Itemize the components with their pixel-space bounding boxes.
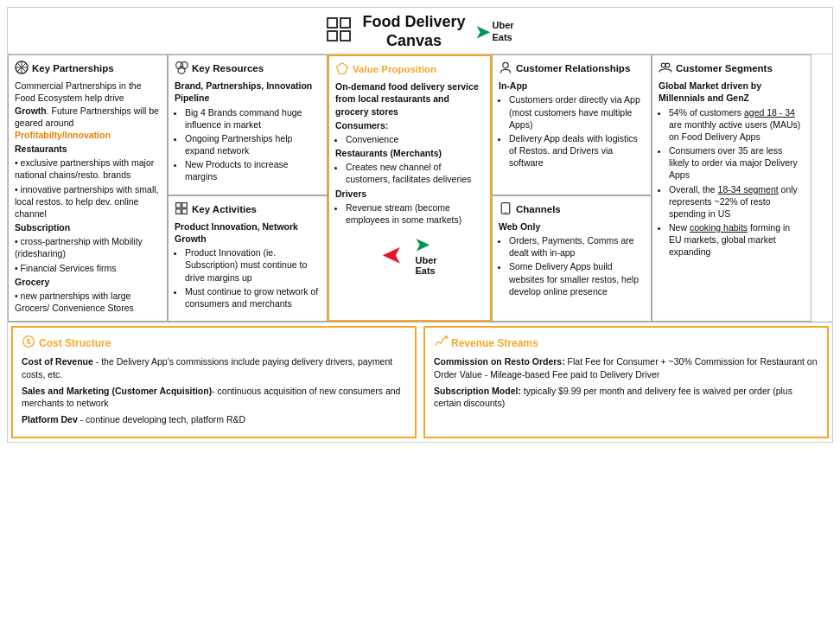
svg-rect-15 (176, 202, 181, 207)
ch-item-2: Some Delivery Apps build websites for sm… (509, 260, 645, 297)
kp-grocery-heading: Grocery (15, 276, 161, 288)
svg-point-20 (505, 212, 506, 214)
customer-segments-cell: Customer Segments Global Market driven b… (652, 54, 811, 322)
vp-restaurants-list: Creates new channel of customers, facili… (335, 161, 484, 187)
cost-line-3: Platform Dev - continue developing tech,… (22, 413, 406, 426)
key-resources-subtitle: Brand, Partnerships, Innovation Pipeline (175, 80, 321, 104)
svg-text:$: $ (27, 337, 31, 346)
main-grid: Key Partnerships Commercial Partnerships… (8, 54, 832, 322)
key-partnerships-label: Key Partnerships (32, 63, 114, 73)
svg-rect-0 (328, 18, 337, 28)
cost-line-2: Sales and Marketing (Customer Acquisitio… (22, 385, 406, 410)
cust-rel-subtitle: In-App (499, 80, 645, 92)
kp-restaurants-body2: • innovative partnerships with small, lo… (15, 183, 161, 220)
kr-item-2: Ongoing Partnerships help expand network (185, 132, 321, 156)
cust-seg-subtitle: Global Market driven by Millennials and … (659, 80, 805, 104)
channels-icon (499, 201, 512, 217)
cost-structure-title: $ Cost Structure (22, 335, 406, 351)
vp-consumers-list: Convenience (335, 133, 484, 147)
kp-subscription-heading: Subscription (15, 221, 161, 233)
uber-eats-header-logo: ➤ Uber Eats (475, 20, 513, 42)
key-partnerships-title: Key Partnerships (15, 61, 161, 76)
svg-rect-18 (182, 209, 188, 214)
vp-logos: ➤ ➤ UberEats (335, 234, 484, 276)
vp-label: Value Proposition (353, 64, 436, 74)
cs-item-4: New cooking habits forming in EU markets… (669, 221, 805, 259)
rev-line-2: Subscription Model: typically $9.99 per … (434, 385, 818, 410)
vp-drivers-list: Revenue stream (become employees in some… (335, 201, 484, 227)
rev-line-1: Commission on Resto Orders: Flat Fee for… (434, 355, 818, 380)
svg-rect-16 (182, 202, 188, 207)
key-activities-label: Key Activities (192, 204, 257, 214)
value-proposition-cell: Value Proposition On-demand food deliver… (328, 54, 492, 322)
uber-eats-vp-logo: ➤ UberEats (415, 234, 436, 276)
ch-item-1: Orders, Payments, Comms are dealt with i… (509, 234, 645, 259)
value-proposition-title: Value Proposition (335, 61, 484, 77)
vp-intro: On-demand food delivery service from loc… (335, 80, 484, 118)
svg-rect-17 (176, 209, 181, 214)
customer-relationships-cell: Customer Relationships In-App Customers … (492, 54, 652, 195)
header: Food Delivery Canvas ➤ Uber Eats (8, 8, 832, 54)
kp-intro: Commercial Partnerships in the Food Ecos… (15, 80, 161, 141)
svg-point-13 (661, 63, 665, 67)
vp-drivers-label: Drivers (335, 188, 484, 200)
vp-icon (335, 61, 349, 77)
cs-item-1: 54% of customers aged 18 - 34 are monthl… (669, 106, 805, 144)
revenue-streams-cell: Revenue Streams Commission on Resto Orde… (423, 326, 829, 437)
cust-seg-list: 54% of customers aged 18 - 34 are monthl… (659, 106, 805, 259)
svg-rect-2 (328, 31, 337, 41)
channels-subtitle: Web Only (499, 220, 645, 233)
ka-item-2: Must continue to grow network of consume… (185, 285, 321, 310)
revenue-streams-icon (434, 335, 448, 351)
kr-item-3: New Products to increase margins (185, 158, 321, 182)
cust-rel-list: Customers order directly via App (most c… (499, 93, 645, 169)
bottom-grid: $ Cost Structure Cost of Revenue - the D… (8, 322, 832, 441)
svg-rect-3 (340, 31, 350, 41)
key-activities-icon (175, 201, 188, 217)
key-resources-icon (175, 61, 188, 76)
kp-restaurants-body: • exclusive partnerships with major nati… (15, 156, 161, 181)
svg-point-12 (503, 63, 508, 68)
cs-item-2: Consumers over 35 are less likely to ord… (669, 144, 805, 182)
kr-item-1: Big 4 Brands command huge influence in m… (185, 106, 321, 131)
ka-item-1: Product Innovation (ie. Subscription) mu… (185, 246, 321, 284)
svg-point-14 (665, 63, 670, 67)
cr-item-2: Delivery App deals with logistics of Res… (509, 132, 645, 169)
channels-label: Channels (516, 204, 561, 214)
customer-segments-title: Customer Segments (659, 61, 805, 76)
vp-consumers-item1: Convenience (346, 133, 484, 145)
kp-restaurants-heading: Restaurants (15, 143, 161, 155)
key-activities-title: Key Activities (175, 201, 321, 217)
cr-item-1: Customers order directly via App (most c… (509, 93, 645, 131)
vp-restaurants-label: Restaurants (Merchants) (335, 147, 484, 159)
key-activities-cell: Key Activities Product Innovation, Netwo… (168, 195, 328, 322)
channels-title: Channels (499, 201, 645, 217)
revenue-streams-label: Revenue Streams (451, 337, 538, 349)
key-partnerships-cell: Key Partnerships Commercial Partnerships… (8, 54, 168, 322)
vp-restaurants-item1: Creates new channel of customers, facili… (346, 161, 484, 185)
kp-grocery-body: • new partnerships with large Grocers/ C… (15, 290, 161, 314)
revenue-streams-title: Revenue Streams (434, 335, 818, 351)
cost-structure-label: Cost Structure (39, 337, 111, 349)
key-resources-label: Key Resources (192, 63, 264, 73)
cs-item-3: Overall, the 18-34 segment only represen… (669, 183, 805, 220)
doordash-logo: ➤ (382, 242, 401, 269)
cost-line-1: Cost of Revenue - the Delivery App's com… (22, 355, 406, 380)
vp-consumers-label: Consumers: (335, 119, 484, 131)
cost-structure-cell: $ Cost Structure Cost of Revenue - the D… (11, 326, 417, 437)
cust-rel-label: Customer Relationships (516, 63, 630, 73)
key-activities-subtitle: Product Innovation, Network Growth (175, 220, 321, 245)
key-resources-title: Key Resources (175, 61, 321, 76)
page-title: Food Delivery Canvas (362, 13, 465, 50)
key-activities-list: Product Innovation (ie. Subscription) mu… (175, 246, 321, 310)
kp-subscription-body1: • cross-partnership with Mobility (rides… (15, 235, 161, 259)
channels-list: Orders, Payments, Comms are dealt with i… (499, 234, 645, 297)
grid-icon (326, 16, 352, 48)
cost-structure-icon: $ (22, 335, 35, 351)
svg-rect-1 (340, 18, 350, 28)
vp-drivers-item1: Revenue stream (become employees in some… (346, 201, 484, 226)
cust-rel-icon (499, 61, 512, 76)
canvas-wrapper: Food Delivery Canvas ➤ Uber Eats Key Par… (7, 7, 833, 443)
channels-cell: Channels Web Only Orders, Payments, Comm… (492, 195, 652, 322)
cust-seg-icon (659, 61, 672, 76)
